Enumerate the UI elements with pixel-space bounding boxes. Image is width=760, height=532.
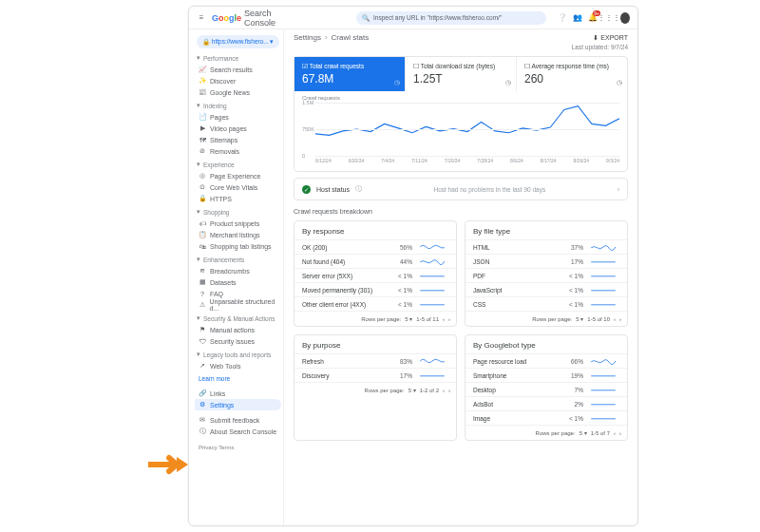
nav-label: Sitemaps [210, 137, 238, 143]
rows-per-page[interactable]: 5 ▾ [408, 387, 416, 393]
pager: Rows per page:5 ▾1-5 of 11‹› [294, 311, 456, 326]
breakdown-row[interactable]: JSON17% [466, 254, 627, 268]
nav-icon: ? [199, 290, 206, 297]
chevron-down-icon: ▾ [197, 161, 200, 168]
nav-item[interactable]: 🗺Sitemaps [195, 134, 281, 145]
row-pct: 44% [391, 258, 412, 265]
breadcrumb-settings[interactable]: Settings [294, 33, 321, 42]
metric-label: ☑ Total crawl requests [302, 63, 397, 70]
nav-section-label[interactable]: ▾Performance [197, 54, 283, 62]
next-page-icon[interactable]: › [619, 316, 621, 322]
nav-item[interactable]: 🛍Shopping tab listings [195, 240, 281, 252]
x-tick: 7/28/24 [477, 158, 493, 163]
nav-section-label[interactable]: ▾Security & Manual Actions [197, 314, 283, 322]
next-page-icon[interactable]: › [448, 316, 450, 322]
prev-page-icon[interactable]: ‹ [443, 316, 445, 322]
breakdown-row[interactable]: CSS< 1% [466, 296, 627, 311]
rows-per-page[interactable]: 5 ▾ [405, 315, 412, 322]
nav-icon: ⓘ [199, 428, 206, 435]
nav-label: Discover [210, 78, 236, 85]
prev-page-icon[interactable]: ‹ [443, 388, 445, 393]
nav-item[interactable]: 🏷Product snippets [195, 218, 281, 229]
breakdown-row[interactable]: Page resource load66% [466, 353, 627, 368]
page-range: 1-2 of 2 [420, 388, 439, 393]
export-button[interactable]: ⬇ EXPORT [593, 34, 628, 42]
prev-page-icon[interactable]: ‹ [614, 430, 616, 436]
sparkline [587, 243, 619, 251]
apps-icon[interactable]: ⋮⋮⋮ [603, 12, 615, 24]
nav-icon: 🔒 [199, 195, 206, 202]
nav-item[interactable]: ✉Submit feedback [195, 414, 281, 426]
breakdown-row[interactable]: Discovery17% [294, 368, 456, 382]
nav-item[interactable]: ⚠Unparsable structured d... [195, 299, 281, 311]
nav-item[interactable]: 📰Google News [195, 86, 281, 98]
host-status-card[interactable]: ✓ Host status ⓘ Host had no problems in … [294, 178, 628, 200]
breakdown-row[interactable]: Not found (404)44% [294, 254, 456, 268]
nav-item[interactable]: 📋Merchant listings [195, 229, 281, 240]
row-label: JavaScript [473, 287, 559, 294]
notifications-icon[interactable]: 🔔9+ [588, 12, 598, 24]
nav-item-links[interactable]: 🔗Links [195, 388, 281, 399]
breakdown-row[interactable]: Refresh83% [294, 353, 456, 368]
breakdown-row[interactable]: Other client error (4XX)< 1% [294, 296, 456, 311]
nav-label: Settings [210, 402, 234, 408]
nav-item[interactable]: ▦Datasets [195, 276, 281, 288]
chevron-right-icon: › [618, 186, 619, 193]
pager: Rows per page:5 ▾1-5 of 7‹› [466, 425, 627, 440]
url-inspect-search[interactable]: 🔍 Inspect any URL in "https://www.fisher… [356, 11, 546, 25]
rows-per-page[interactable]: 5 ▾ [576, 315, 583, 322]
help-icon[interactable]: ❔ [558, 12, 567, 24]
nav-item[interactable]: ⚑Manual actions [195, 324, 281, 335]
nav-item[interactable]: ▶Video pages [195, 123, 281, 134]
legal-links[interactable]: Privacy Terms [195, 443, 283, 452]
breakdown-row[interactable]: Moved permanently (301)< 1% [294, 282, 456, 296]
next-page-icon[interactable]: › [619, 430, 621, 436]
breakdown-row[interactable]: HTML37% [466, 239, 627, 254]
breakdown-row[interactable]: OK (200)56% [294, 239, 456, 254]
nav-item[interactable]: 📈Search results [195, 64, 281, 75]
nav-item[interactable]: ≋Breadcrumbs [195, 265, 281, 276]
people-icon[interactable]: 👥 [573, 12, 582, 24]
nav-section-label[interactable]: ▾Indexing [197, 102, 283, 109]
nav-item[interactable]: 📄Pages [195, 111, 281, 123]
prev-page-icon[interactable]: ‹ [614, 316, 616, 322]
download-icon: ⬇ [593, 34, 598, 42]
nav-item[interactable]: ↗Web Tools [195, 360, 281, 371]
nav-item[interactable]: 🛡Security issues [195, 335, 281, 347]
nav-item[interactable]: ◎Page Experience [195, 170, 281, 181]
next-page-icon[interactable]: › [448, 388, 450, 393]
metric-card[interactable]: ☐ Average response time (ms)260◷ [517, 57, 627, 91]
sparkline [587, 272, 619, 279]
nav-section-label[interactable]: ▾Enhancements [197, 256, 283, 263]
property-selector[interactable]: 🔒 https://www.fishero... ▾ [197, 35, 279, 48]
nav-item[interactable]: ⊘Removals [195, 145, 281, 157]
breakdown-row[interactable]: Server error (5XX)< 1% [294, 268, 456, 282]
breakdown-row[interactable]: AdsBot2% [466, 396, 627, 410]
metric-card[interactable]: ☐ Total download size (bytes)1.25T◷ [406, 57, 517, 91]
metric-card[interactable]: ☑ Total crawl requests67.8M◷ [294, 57, 406, 91]
learn-more-link[interactable]: Learn more [199, 375, 283, 382]
nav-icon: ≋ [199, 267, 206, 275]
menu-icon[interactable]: ≡ [197, 12, 206, 24]
nav-section-label[interactable]: ▾Legacy tools and reports [197, 351, 283, 358]
nav-item-settings[interactable]: ⚙Settings [195, 399, 281, 410]
rows-per-page[interactable]: 5 ▾ [580, 429, 587, 436]
nav-item[interactable]: ✨Discover [195, 75, 281, 86]
nav-item[interactable]: ⓘAbout Search Console [195, 426, 281, 437]
row-pct: 19% [562, 372, 583, 379]
nav-item[interactable]: ⊙Core Web Vitals [195, 181, 281, 193]
breakdown-row[interactable]: Smartphone19% [466, 368, 627, 382]
breakdown-row[interactable]: Desktop7% [466, 382, 627, 396]
breakdown-row[interactable]: PDF< 1% [466, 268, 627, 282]
row-pct: < 1% [391, 287, 412, 294]
account-avatar[interactable] [620, 12, 630, 24]
breakdown-panel: By purposeRefresh83%Discovery17%Rows per… [294, 334, 457, 441]
nav-icon: ⚙ [199, 401, 206, 408]
sparkline [416, 272, 448, 279]
info-icon[interactable]: ⓘ [355, 184, 362, 194]
nav-item[interactable]: 🔒HTTPS [195, 193, 281, 204]
breakdown-row[interactable]: Image< 1% [466, 410, 627, 425]
nav-section-label[interactable]: ▾Shopping [197, 208, 283, 216]
breakdown-row[interactable]: JavaScript< 1% [466, 282, 627, 296]
nav-section-label[interactable]: ▾Experience [197, 161, 283, 168]
